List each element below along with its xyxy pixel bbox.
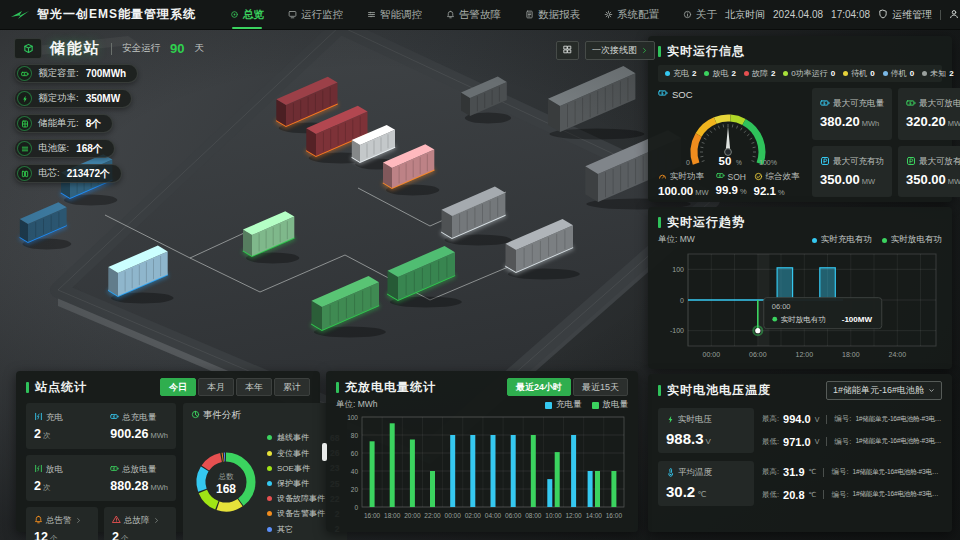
nav-menu: 总览运行监控智能调控告警故障数据报表系统配置关于	[230, 0, 717, 30]
summary-value: 30.2℃	[666, 483, 746, 500]
device-code: 1#储能单元-16#电池舱-#3电池簇-P02-C36	[855, 415, 942, 424]
battery-unit-selector[interactable]: 1#储能单元-16#电池舱	[826, 381, 942, 400]
nav-item-label: 系统配置	[617, 8, 659, 22]
metric-value: 99.9%	[716, 184, 747, 196]
code-key: 编号:	[831, 467, 848, 477]
battery-discharge-icon	[110, 464, 119, 475]
label-row: 放电	[34, 464, 63, 476]
alert-card-总故障[interactable]: 总故障2个	[104, 507, 176, 540]
ops-management-button[interactable]: 运维管理	[878, 8, 932, 22]
card-label: 最大可放电量	[919, 98, 960, 110]
nav-item-智能调控[interactable]: 智能调控	[367, 0, 422, 30]
card-label-row: 最大可充有功	[820, 156, 884, 168]
energy-tab-最近15天[interactable]: 最近15天	[573, 378, 628, 396]
battery-charge-icon	[110, 412, 119, 423]
row-unit: V	[815, 416, 820, 423]
chevron-right-icon	[153, 516, 160, 526]
panel-collapse-handle[interactable]	[322, 443, 327, 461]
nav-item-运行监控[interactable]: 运行监控	[288, 0, 343, 30]
nav-item-告警故障[interactable]: 告警故障	[446, 0, 501, 30]
battery-discharge-icon	[906, 98, 916, 110]
label-row: 总放电量	[110, 464, 168, 476]
label: 充电	[46, 412, 63, 424]
nav-item-总览[interactable]: 总览	[230, 0, 264, 30]
stat-value: 213472个	[67, 167, 110, 181]
chevron-right-icon	[75, 516, 82, 526]
site-tab-今日[interactable]: 今日	[160, 378, 196, 396]
station-stats: 额定容量:700MWh额定功率:350MW储能单元:8个电池簇:168个电芯:2…	[14, 64, 138, 183]
row-divider	[823, 468, 824, 477]
label: 总充电量	[122, 412, 156, 424]
card-value: 380.20MWh	[820, 114, 884, 129]
legend-dot	[267, 496, 272, 501]
stat-label: 电池簇:	[38, 142, 69, 155]
svg-text:80: 80	[351, 432, 359, 439]
label: 实时电压	[678, 414, 712, 426]
user-menu[interactable]: 超级管理员	[949, 8, 960, 22]
wiring-diagram-button[interactable]: 一次接线图	[585, 41, 655, 60]
site-left-cards: 充电2次总充电量900.26MWh放电2次总放电量880.28MWh总告警12个…	[26, 403, 176, 540]
alert-card-总告警[interactable]: 总告警12个	[26, 507, 98, 540]
unit: ℃	[697, 490, 706, 499]
value: 99.9	[716, 184, 738, 196]
battery-row: 最低:20.8℃编号:1#储能单元-16#电池舱-#3电池簇-P02-C36	[762, 489, 942, 501]
card-value: 320.20MWh	[906, 114, 960, 129]
svg-text:02:00: 02:00	[465, 512, 482, 519]
battery-container-unit[interactable]	[548, 66, 645, 140]
site-tab-累计[interactable]: 累计	[274, 378, 310, 396]
site-tab-本年[interactable]: 本年	[236, 378, 272, 396]
energy-bar-chart: 02040608010016:0018:0020:0022:0000:0002:…	[336, 411, 628, 529]
unit: 次	[43, 431, 51, 440]
battery-group-实时电压: 实时电压988.3V最高:994.0V编号:1#储能单元-16#电池舱-#3电池…	[658, 408, 942, 453]
battery-row: 最低:971.0V编号:1#储能单元-16#电池舱-#3电池簇-P02-C36	[762, 436, 942, 448]
metric-value: 100.00MW	[658, 185, 709, 197]
layout-grid-button[interactable]	[556, 41, 579, 60]
event-analysis-label: 事件分析	[203, 409, 241, 422]
monitor-icon	[288, 10, 297, 19]
chevron-right-icon	[641, 47, 648, 54]
grid-icon	[563, 45, 572, 56]
status-dot	[744, 71, 749, 76]
status-label: 未知	[930, 68, 946, 79]
days-unit: 天	[194, 42, 204, 55]
settings-icon	[604, 10, 613, 19]
stat-label: 储能单元:	[38, 117, 79, 130]
legend-dot	[882, 238, 887, 243]
svg-text:18:00: 18:00	[384, 512, 401, 519]
svg-text:08:00: 08:00	[525, 512, 542, 519]
svg-text:00:00: 00:00	[703, 351, 721, 358]
unit: %	[778, 188, 785, 197]
label-row: 平均温度	[666, 467, 746, 479]
alarm-icon	[446, 10, 455, 19]
stat-value: 8个	[86, 117, 102, 131]
event-label: 越线事件	[277, 432, 325, 443]
voltage-icon	[666, 415, 675, 426]
value: 350.00	[820, 172, 860, 187]
card-label-row: 最大可放有功	[906, 156, 960, 168]
discharge-plug-icon	[34, 464, 43, 475]
svg-text:06:00: 06:00	[772, 302, 791, 311]
energy-legend: 充电量放电量	[545, 399, 628, 411]
energy-tab-最近24小时[interactable]: 最近24小时	[507, 378, 571, 396]
status-value: 2	[731, 69, 735, 78]
value: 92.1	[754, 185, 776, 197]
site-card-充电: 充电2次总充电量900.26MWh	[26, 403, 176, 449]
legend-label: 放电量	[603, 399, 629, 411]
energy-unit-label: 单位: MWh	[336, 399, 378, 411]
battery-container-unit[interactable]	[20, 202, 72, 249]
svg-text:0: 0	[354, 504, 358, 511]
site-tab-本月[interactable]: 本月	[198, 378, 234, 396]
realtime-info-title: 实时运行信息	[667, 43, 745, 60]
nav-item-系统配置[interactable]: 系统配置	[604, 0, 659, 30]
nav-divider	[940, 10, 941, 20]
event-label: 其它	[277, 524, 330, 535]
soc-block: SOC 0100%50% 实时功率100.00MWSOH99.9%综合效率92.…	[658, 88, 804, 197]
nav-right: 北京时间 2024.04.08 17:04:08 运维管理 超级管理员	[725, 8, 960, 22]
stat-label: 电芯:	[38, 167, 60, 180]
energy-stats-title: 充放电电量统计	[345, 379, 436, 396]
status-item: 未知2	[922, 68, 953, 79]
nav-item-关于[interactable]: 关于	[683, 0, 717, 30]
unit: MW	[862, 177, 875, 186]
status-label: 故障	[752, 68, 768, 79]
nav-item-数据报表[interactable]: 数据报表	[525, 0, 580, 30]
